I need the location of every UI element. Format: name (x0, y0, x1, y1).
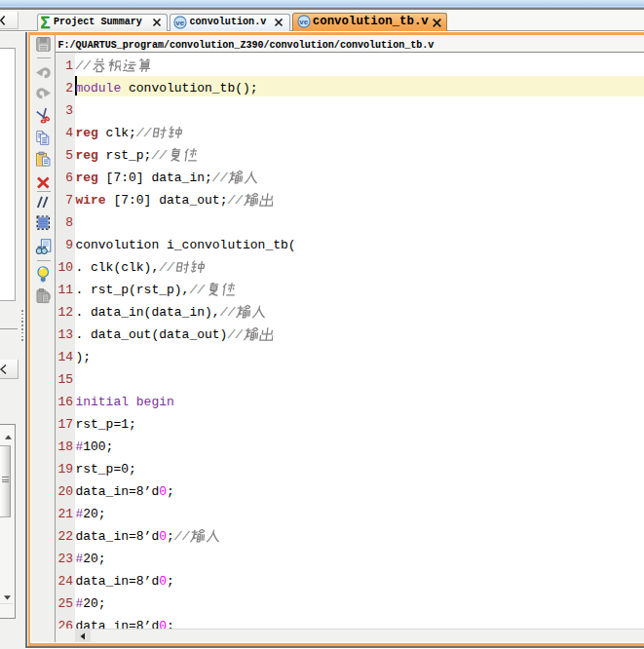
svg-text:ve: ve (299, 18, 308, 26)
svg-text:ve: ve (175, 18, 184, 26)
svg-text:Σ: Σ (41, 14, 51, 30)
